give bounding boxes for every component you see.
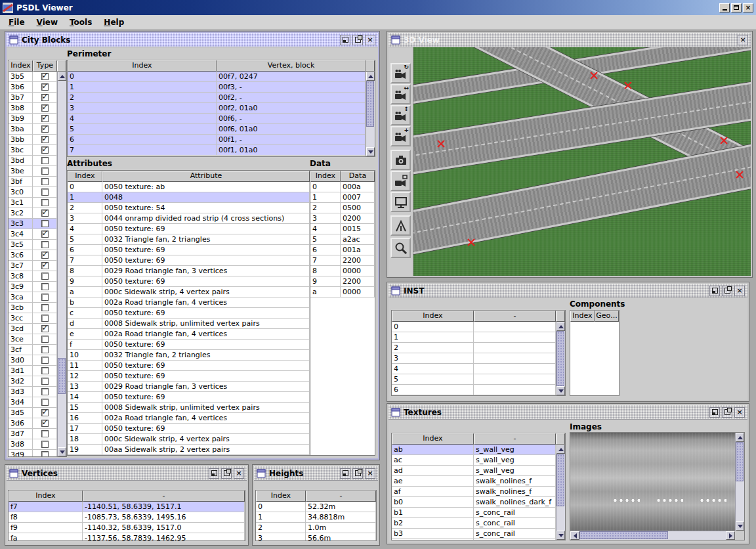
table-cell[interactable]: s_conc_rail xyxy=(474,518,556,529)
table-row[interactable]: 3ba xyxy=(9,124,57,135)
type-checkbox[interactable] xyxy=(41,83,49,91)
type-cell[interactable] xyxy=(33,376,57,387)
table-cell[interactable]: 00f6, - xyxy=(217,114,366,124)
type-checkbox[interactable] xyxy=(41,199,49,206)
table-row[interactable]: 3cc xyxy=(9,313,57,324)
table-cell[interactable]: 0048 xyxy=(102,192,310,203)
table-row[interactable]: 3bd xyxy=(9,156,57,166)
table-cell[interactable]: 00f2, - xyxy=(217,93,366,103)
column-header-index[interactable]: Index xyxy=(392,433,474,445)
table-cell[interactable]: 0015 xyxy=(341,224,375,234)
table-cell[interactable]: b3 xyxy=(392,529,474,539)
table-cell[interactable]: 3 xyxy=(256,533,306,540)
table-row[interactable]: 5a2ac xyxy=(310,234,375,245)
table-row[interactable]: f7-1140.51, 58.6339, 1517.1 xyxy=(9,502,245,512)
table-row[interactable]: 1900aa Sidewalk strip, 2 vertex pairs xyxy=(68,445,310,455)
close-button[interactable]: × xyxy=(365,35,375,45)
column-header-index[interactable]: Index xyxy=(9,60,33,72)
table-cell[interactable]: 00f1, - xyxy=(217,135,366,145)
camera-move-button[interactable]: + xyxy=(390,126,411,146)
table-cell[interactable]: 0050 texture: 69 xyxy=(102,255,310,266)
table-row[interactable]: b2s_conc_rail xyxy=(392,518,556,529)
table-cell[interactable]: 002a Road triangle fan, 4 vertices xyxy=(102,297,310,308)
table-row[interactable]: 3cb xyxy=(9,303,57,313)
table-cell[interactable]: 3ca xyxy=(9,292,33,303)
iconify-button[interactable] xyxy=(709,286,720,296)
table-row[interactable]: 1 xyxy=(392,332,556,343)
table-row[interactable]: 16002a Road triangle fan, 4 vertices xyxy=(68,413,310,424)
type-cell[interactable] xyxy=(33,208,57,219)
table-row[interactable]: 3c7 xyxy=(9,261,57,271)
type-cell[interactable] xyxy=(33,103,57,114)
table-row[interactable]: 3d1 xyxy=(9,366,57,376)
table-cell[interactable]: 0029 Road triangle fan, 3 vertices xyxy=(102,382,310,392)
type-cell[interactable] xyxy=(33,82,57,93)
scroll-right-button[interactable] xyxy=(726,531,735,540)
table-cell[interactable]: 0007 xyxy=(341,192,375,203)
type-checkbox[interactable] xyxy=(41,262,49,269)
type-checkbox[interactable] xyxy=(41,178,49,185)
table-cell[interactable]: a2ac xyxy=(341,234,375,245)
type-cell[interactable] xyxy=(33,229,57,240)
column-header-vertex-block[interactable]: Vertex, block xyxy=(217,60,366,72)
type-cell[interactable] xyxy=(33,282,57,292)
table-cell[interactable]: 001a xyxy=(341,245,375,255)
type-cell[interactable] xyxy=(33,261,57,271)
table-row[interactable]: 70050 texture: 69 xyxy=(68,255,310,266)
table-cell[interactable]: 13 xyxy=(68,382,102,392)
type-checkbox[interactable] xyxy=(41,283,49,290)
table-cell[interactable]: 6 xyxy=(68,135,217,145)
type-checkbox[interactable] xyxy=(41,367,49,374)
scroll-down-button[interactable] xyxy=(556,531,565,540)
table-row[interactable]: 3d5 xyxy=(9,408,57,418)
type-cell[interactable] xyxy=(33,166,57,177)
table-cell[interactable]: 3c3 xyxy=(9,219,33,229)
table-cell[interactable]: s_wall_veg xyxy=(474,455,556,466)
table-row[interactable]: b1s_conc_rail xyxy=(392,508,556,518)
type-cell[interactable] xyxy=(33,177,57,187)
column-header-data[interactable]: Data xyxy=(341,171,375,182)
table-cell[interactable]: 1 xyxy=(68,82,217,93)
table-cell[interactable]: 3d5 xyxy=(9,408,33,418)
table-row[interactable]: 3cf xyxy=(9,345,57,355)
table-cell[interactable]: 0000 xyxy=(341,287,375,297)
table-row[interactable]: b002a Road triangle fan, 4 vertices xyxy=(68,297,310,308)
table-cell[interactable]: b1 xyxy=(392,508,474,518)
table-cell[interactable]: 6 xyxy=(68,245,102,255)
table-row[interactable]: 3c9 xyxy=(9,282,57,292)
type-cell[interactable] xyxy=(33,429,57,439)
type-cell[interactable] xyxy=(33,198,57,208)
table-cell[interactable]: 3b7 xyxy=(9,93,33,103)
3d-viewport[interactable] xyxy=(413,47,751,276)
menu-view[interactable]: View xyxy=(31,16,64,29)
scrollbar-track[interactable] xyxy=(366,81,375,147)
type-cell[interactable] xyxy=(33,408,57,418)
table-cell[interactable]: 000c Sidewalk strip, 4 vertex pairs xyxy=(102,287,310,297)
table-row[interactable]: 400f6, - xyxy=(68,114,366,124)
table-cell[interactable]: 12 xyxy=(68,371,102,382)
table-cell[interactable]: 5 xyxy=(68,234,102,245)
zoom-button[interactable] xyxy=(390,238,411,258)
table-cell[interactable]: 0 xyxy=(256,502,306,512)
table-row[interactable]: 3bc xyxy=(9,145,57,156)
table-row[interactable]: 3d4 xyxy=(9,397,57,408)
type-checkbox[interactable] xyxy=(41,388,49,395)
camera-rotate-button[interactable]: ↻ xyxy=(390,63,411,83)
table-row[interactable]: afswalk_nolines_f xyxy=(392,487,556,497)
table-row[interactable]: 3c6 xyxy=(9,250,57,261)
table-cell[interactable]: 0500 xyxy=(341,203,375,213)
maximize-button[interactable] xyxy=(352,468,363,479)
heights-titlebar[interactable]: Heights × xyxy=(254,466,378,481)
table-cell[interactable]: 00f2, 01a0 xyxy=(217,103,366,114)
type-checkbox[interactable] xyxy=(41,409,49,416)
table-row[interactable]: 3d0 xyxy=(9,355,57,366)
table-cell[interactable] xyxy=(474,539,556,540)
maximize-button[interactable] xyxy=(352,35,363,45)
scrollbar-thumb[interactable] xyxy=(579,531,668,539)
table-row[interactable]: 90050 texture: 69 xyxy=(68,276,310,287)
table-row[interactable]: c0050 texture: 69 xyxy=(68,308,310,318)
table-row[interactable]: 3ca xyxy=(9,292,57,303)
table-row[interactable]: f8-1085.73, 58.6339, 1495.16 xyxy=(9,512,245,523)
column-header-type[interactable]: Type xyxy=(33,60,57,72)
table-cell[interactable]: 2 xyxy=(68,203,102,213)
